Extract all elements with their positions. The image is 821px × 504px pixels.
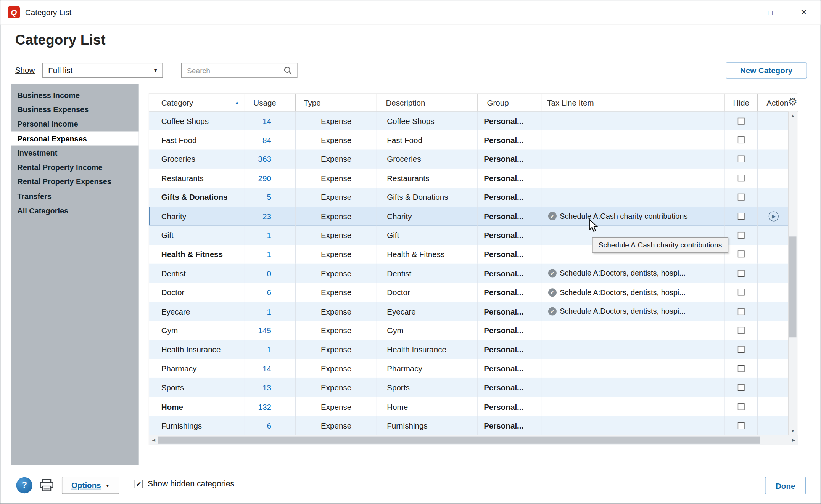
usage-count-link[interactable]: 0	[245, 264, 296, 283]
table-row[interactable]: Coffee Shops14ExpenseCoffee ShopsPersona…	[149, 111, 789, 130]
cell-description: Furnishings	[377, 416, 478, 435]
scroll-up-icon[interactable]: ▲	[789, 111, 797, 120]
sidebar-item-business-income[interactable]: Business Income	[11, 88, 139, 103]
cell-group: Personal...	[478, 340, 541, 359]
hide-checkbox[interactable]	[738, 422, 745, 429]
usage-count-link[interactable]: 1	[245, 245, 296, 264]
horizontal-scrollbar-thumb[interactable]	[158, 437, 760, 444]
table-row[interactable]: Eyecare1ExpenseEyecarePersonal...✓Schedu…	[149, 302, 789, 321]
cell-action	[758, 149, 789, 169]
hide-checkbox[interactable]	[738, 194, 745, 201]
column-header-group[interactable]: Group	[478, 94, 541, 111]
hide-checkbox[interactable]	[738, 289, 745, 296]
table-row[interactable]: Fast Food84ExpenseFast FoodPersonal...	[149, 130, 789, 149]
hide-checkbox[interactable]	[738, 213, 745, 220]
usage-count-link[interactable]: 1	[245, 302, 296, 321]
table-row[interactable]: Dentist0ExpenseDentistPersonal...✓Schedu…	[149, 264, 789, 283]
vertical-scrollbar-thumb[interactable]	[789, 236, 796, 337]
hide-checkbox[interactable]	[738, 270, 745, 277]
hide-checkbox[interactable]	[738, 327, 745, 334]
table-row[interactable]: Pharmacy14ExpensePharmacyPersonal...	[149, 359, 789, 378]
options-button[interactable]: Options ▼	[62, 477, 119, 494]
scroll-right-icon[interactable]: ▶	[789, 435, 798, 445]
usage-count-link[interactable]: 13	[245, 378, 296, 397]
help-button[interactable]: ?	[16, 477, 33, 494]
usage-count-link[interactable]: 1	[245, 340, 296, 359]
cell-description: Health Insurance	[377, 340, 478, 359]
table-row[interactable]: Health Insurance1ExpenseHealth Insurance…	[149, 340, 789, 359]
table-row[interactable]: Furnishings6ExpenseFurnishingsPersonal..…	[149, 416, 789, 435]
done-button[interactable]: Done	[765, 477, 806, 494]
column-header-tax-line-item[interactable]: Tax Line Item	[541, 94, 725, 111]
scroll-down-icon[interactable]: ▼	[789, 427, 797, 435]
scroll-left-icon[interactable]: ◀	[149, 435, 158, 445]
column-header-hide[interactable]: Hide	[725, 94, 758, 111]
table-row[interactable]: Restaurants290ExpenseRestaurantsPersonal…	[149, 169, 789, 188]
column-header-description[interactable]: Description	[377, 94, 478, 111]
show-filter-dropdown[interactable]: Full list ▼	[42, 63, 163, 78]
hide-checkbox[interactable]	[738, 403, 745, 410]
hide-checkbox[interactable]	[738, 308, 745, 315]
hide-checkbox[interactable]	[738, 365, 745, 372]
sidebar-item-rental-property-expenses[interactable]: Rental Property Expenses	[11, 175, 139, 189]
usage-count-link[interactable]: 363	[245, 149, 296, 169]
horizontal-scrollbar[interactable]: ◀ ▶	[149, 435, 798, 445]
hide-checkbox[interactable]	[738, 251, 745, 258]
usage-count-link[interactable]: 23	[245, 207, 296, 226]
usage-count-link[interactable]: 14	[245, 359, 296, 378]
hide-checkbox[interactable]	[738, 117, 745, 124]
hide-checkbox[interactable]	[738, 384, 745, 391]
close-button[interactable]: ×	[787, 0, 821, 24]
new-category-button[interactable]: New Category	[726, 62, 807, 79]
table-row[interactable]: Gifts & Donations5ExpenseGifts & Donatio…	[149, 188, 789, 207]
hide-checkbox[interactable]	[738, 175, 745, 181]
column-header-category[interactable]: Category▲	[149, 94, 245, 111]
cell-group: Personal...	[478, 188, 541, 207]
cell-type: Expense	[296, 321, 377, 340]
cell-action	[758, 130, 789, 149]
column-header-type[interactable]: Type	[296, 94, 377, 111]
cell-group: Personal...	[478, 283, 541, 302]
sidebar-item-investment[interactable]: Investment	[11, 146, 139, 160]
row-action-button[interactable]: ▶	[768, 211, 778, 221]
sidebar-item-all-categories[interactable]: All Categories	[11, 204, 139, 218]
usage-count-link[interactable]: 290	[245, 169, 296, 188]
column-header-usage[interactable]: Usage	[245, 94, 296, 111]
print-icon[interactable]	[39, 479, 54, 494]
usage-count-link[interactable]: 84	[245, 130, 296, 149]
cell-category: Sports	[149, 378, 245, 397]
usage-count-link[interactable]: 1	[245, 226, 296, 245]
table-row[interactable]: Doctor6ExpenseDoctorPersonal...✓Schedule…	[149, 283, 789, 302]
vertical-scrollbar[interactable]: ▲ ▼	[788, 111, 797, 435]
usage-count-link[interactable]: 6	[245, 416, 296, 435]
sidebar-item-personal-income[interactable]: Personal Income	[11, 117, 139, 131]
sidebar-item-rental-property-income[interactable]: Rental Property Income	[11, 160, 139, 175]
show-hidden-checkbox[interactable]: ✓	[135, 480, 143, 488]
usage-count-link[interactable]: 132	[245, 397, 296, 416]
cell-group: Personal...	[478, 378, 541, 397]
table-row[interactable]: Gym145ExpenseGymPersonal...	[149, 321, 789, 340]
cell-type: Expense	[296, 378, 377, 397]
usage-count-link[interactable]: 6	[245, 283, 296, 302]
column-label: Hide	[733, 98, 749, 107]
table-row[interactable]: Home132ExpenseHomePersonal...	[149, 397, 789, 416]
usage-count-link[interactable]: 5	[245, 188, 296, 207]
minimize-button[interactable]: –	[720, 0, 753, 24]
sidebar-item-personal-expenses[interactable]: Personal Expenses	[11, 131, 139, 146]
cell-type: Expense	[296, 188, 377, 207]
columns-gear-icon[interactable]: ⚙	[788, 96, 798, 107]
hide-checkbox[interactable]	[738, 346, 745, 353]
hide-checkbox[interactable]	[738, 156, 745, 162]
sidebar-item-transfers[interactable]: Transfers	[11, 189, 139, 204]
table-row[interactable]: Groceries363ExpenseGroceriesPersonal...	[149, 149, 789, 169]
hide-checkbox[interactable]	[738, 136, 745, 143]
hide-checkbox[interactable]	[738, 232, 745, 239]
usage-count-link[interactable]: 14	[245, 111, 296, 130]
maximize-button[interactable]: □	[753, 0, 787, 24]
column-header-action[interactable]: Action	[758, 94, 789, 111]
search-input[interactable]	[182, 66, 284, 75]
sidebar-item-business-expenses[interactable]: Business Expenses	[11, 102, 139, 117]
table-row[interactable]: Sports13ExpenseSportsPersonal...	[149, 378, 789, 397]
usage-count-link[interactable]: 145	[245, 321, 296, 340]
table-row[interactable]: Charity23ExpenseCharityPersonal...✓Sched…	[149, 207, 789, 226]
